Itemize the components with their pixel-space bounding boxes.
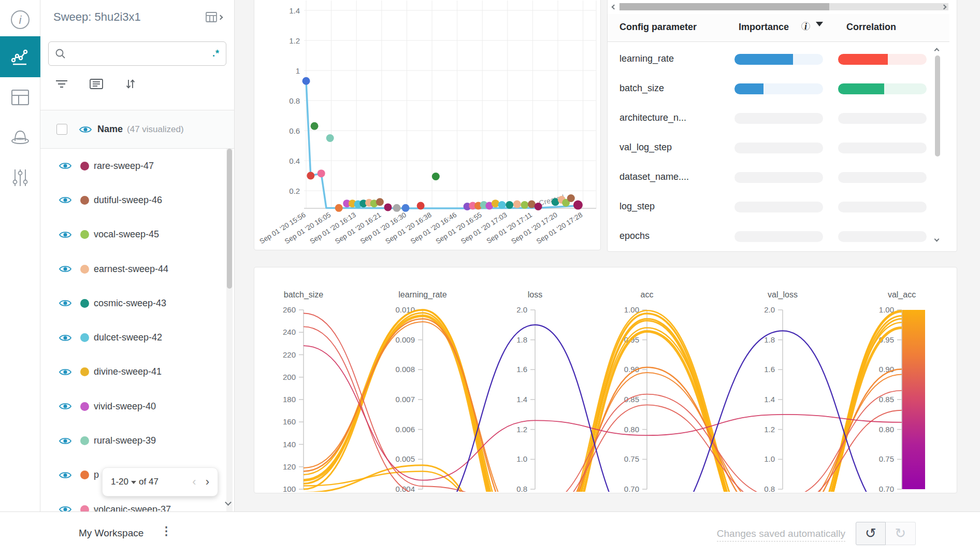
run-name[interactable]: rural-sweep-39: [94, 435, 156, 446]
visibility-eye-icon[interactable]: [59, 298, 72, 308]
importance-vscrollbar[interactable]: [934, 44, 941, 241]
run-search-box[interactable]: .*: [48, 41, 226, 66]
search-icon: [55, 48, 66, 60]
workspace-menu-kebab-icon[interactable]: ⋮: [161, 525, 172, 537]
vscroll-thumb[interactable]: [935, 55, 940, 156]
undo-button[interactable]: ↺: [856, 522, 886, 545]
svg-text:0.009: 0.009: [395, 335, 415, 344]
visualized-count: (47 visualized): [127, 124, 184, 135]
run-search-input[interactable]: [71, 49, 212, 59]
svg-text:1.2: 1.2: [289, 36, 300, 45]
regex-toggle[interactable]: .*: [212, 48, 220, 59]
visibility-eye-icon[interactable]: [59, 471, 72, 480]
importance-row[interactable]: learning_rate: [608, 45, 949, 74]
visibility-eye-icon[interactable]: [59, 505, 72, 511]
visibility-eye-icon[interactable]: [59, 367, 72, 377]
next-page-button[interactable]: ›: [206, 475, 209, 489]
run-row[interactable]: earnest-sweep-44: [40, 252, 235, 286]
info-icon[interactable]: i: [0, 7, 40, 32]
run-name[interactable]: dutiful-sweep-46: [94, 195, 162, 206]
hat-icon[interactable]: [0, 125, 40, 148]
importance-rows: learning_ratebatch_sizearchitecture_n...…: [608, 45, 949, 251]
hscroll-right-icon[interactable]: [940, 3, 948, 11]
visibility-eye-icon[interactable]: [59, 264, 72, 274]
svg-text:acc: acc: [641, 290, 654, 299]
importance-row[interactable]: val_log_step: [608, 133, 949, 163]
run-name[interactable]: vocal-sweep-45: [94, 229, 159, 240]
runs-table-toggle[interactable]: [205, 11, 222, 23]
redo-button[interactable]: ↻: [886, 522, 916, 545]
importance-row[interactable]: epochs: [608, 222, 949, 251]
visibility-all-eye-icon[interactable]: [79, 125, 92, 134]
run-name[interactable]: vivid-sweep-40: [94, 401, 156, 412]
page-size-dropdown[interactable]: 1-20 of 47: [111, 477, 158, 487]
run-color-dot: [80, 333, 89, 342]
visibility-eye-icon[interactable]: [59, 402, 72, 411]
sliders-icon[interactable]: [0, 166, 40, 190]
run-name[interactable]: p: [94, 469, 99, 480]
svg-text:1.00: 1.00: [624, 305, 639, 314]
svg-text:Sep 01 '20 17:28: Sep 01 '20 17:28: [535, 211, 584, 246]
list-settings-icon[interactable]: [89, 78, 104, 92]
select-all-checkbox[interactable]: [56, 124, 67, 135]
vscroll-up-icon[interactable]: [935, 45, 939, 54]
run-list-scroll-thumb[interactable]: [227, 149, 232, 289]
visibility-eye-icon[interactable]: [59, 195, 72, 205]
sort-icon[interactable]: [124, 78, 137, 92]
visibility-eye-icon[interactable]: [59, 161, 72, 170]
run-name[interactable]: dulcet-sweep-42: [94, 332, 162, 343]
run-name[interactable]: earnest-sweep-44: [94, 264, 168, 275]
run-row[interactable]: rare-sweep-47: [40, 149, 235, 183]
run-row[interactable]: dutiful-sweep-46: [40, 183, 235, 217]
created-scatter-panel[interactable]: 1.41.210.80.60.40.2Sep 01 '20 15:56Sep 0…: [254, 0, 601, 250]
prev-page-button[interactable]: ‹: [192, 475, 196, 489]
visibility-eye-icon[interactable]: [59, 436, 72, 446]
run-row[interactable]: cosmic-sweep-43: [40, 286, 235, 320]
importance-row[interactable]: architecture_n...: [608, 104, 949, 133]
visibility-eye-icon[interactable]: [59, 230, 72, 239]
hscroll-thumb[interactable]: [619, 3, 829, 10]
info-tooltip-icon[interactable]: i: [801, 22, 810, 31]
run-color-dot: [80, 299, 89, 308]
run-list-scrollbar[interactable]: [226, 149, 233, 511]
svg-text:1.4: 1.4: [764, 395, 775, 404]
hscroll-track[interactable]: [619, 3, 948, 10]
line-chart-icon[interactable]: [0, 36, 40, 77]
svg-text:0.80: 0.80: [624, 425, 639, 434]
importance-row[interactable]: dataset_name....: [608, 163, 949, 192]
svg-text:0.6: 0.6: [289, 126, 300, 135]
run-list-scroll-down-icon[interactable]: [226, 497, 230, 507]
svg-text:val_loss: val_loss: [768, 290, 798, 300]
importance-row[interactable]: batch_size: [608, 74, 949, 104]
correlation-bar: [838, 172, 927, 183]
run-row[interactable]: rural-sweep-39: [40, 423, 235, 458]
visibility-eye-icon[interactable]: [59, 333, 72, 343]
run-name[interactable]: divine-sweep-41: [94, 366, 162, 377]
importance-column[interactable]: Importance: [739, 22, 789, 33]
svg-text:0.4: 0.4: [289, 156, 300, 165]
correlation-bar: [838, 143, 927, 153]
panel-grid-icon[interactable]: [0, 86, 40, 109]
left-icon-rail: i: [0, 0, 40, 511]
run-row[interactable]: dulcet-sweep-42: [40, 320, 235, 354]
run-name[interactable]: volcanic-sweep-37: [94, 504, 171, 511]
vscroll-down-icon[interactable]: [935, 234, 939, 243]
run-name[interactable]: rare-sweep-47: [94, 161, 154, 172]
svg-text:1.2: 1.2: [764, 425, 775, 434]
parallel-coordinates-panel[interactable]: batch_size260240220200180160140120100lea…: [254, 267, 957, 493]
parameter-name: val_log_step: [619, 142, 672, 153]
importance-row[interactable]: log_step: [608, 192, 949, 222]
sort-desc-icon[interactable]: [816, 22, 823, 26]
run-name[interactable]: cosmic-sweep-43: [94, 298, 166, 309]
parameter-name: log_step: [619, 201, 655, 212]
correlation-bar: [838, 231, 927, 242]
filter-icon[interactable]: [55, 79, 68, 91]
run-row[interactable]: vivid-sweep-40: [40, 389, 235, 423]
hscroll-left-icon[interactable]: [610, 3, 618, 11]
importance-bar: [734, 113, 823, 124]
run-row[interactable]: vocal-sweep-45: [40, 218, 235, 252]
workspace-title: My Workspace: [79, 528, 143, 539]
correlation-column[interactable]: Correlation: [846, 22, 896, 33]
run-color-dot: [80, 402, 89, 411]
run-row[interactable]: divine-sweep-41: [40, 355, 235, 389]
